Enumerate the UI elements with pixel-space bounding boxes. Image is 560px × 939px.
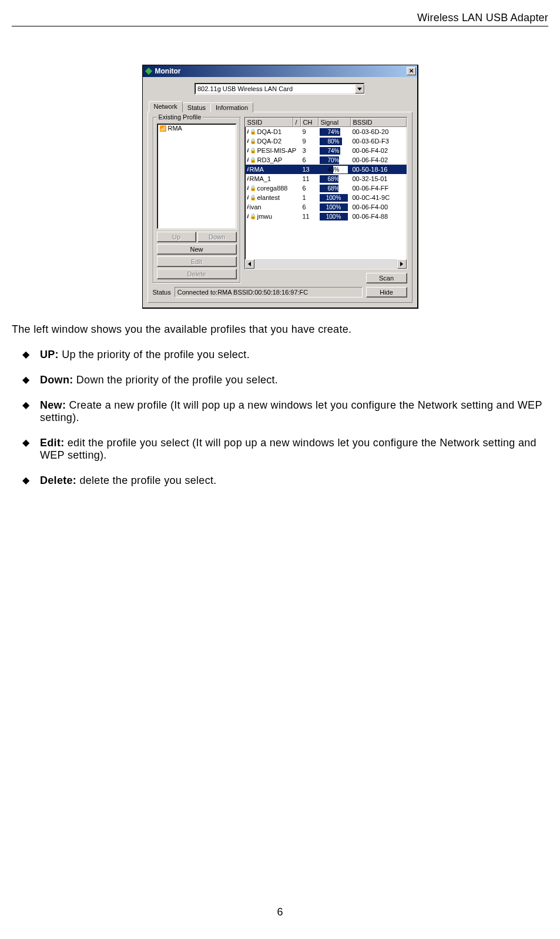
cell-ssid: 𝙞RMA_1 xyxy=(245,175,301,182)
lock-icon: 🔒 xyxy=(250,185,256,191)
cell-ssid: 𝙞🔒RD3_AP xyxy=(245,156,301,163)
signal-bar: 74% xyxy=(320,147,348,155)
new-button[interactable]: New xyxy=(157,244,237,255)
col-ssid[interactable]: SSID xyxy=(245,118,293,127)
cell-bssid: 00-50-18-16 xyxy=(351,166,401,173)
existing-profile-group: Existing Profile 📶 RMA Up Down xyxy=(153,117,241,283)
tab-network[interactable]: Network xyxy=(149,101,183,112)
ssid-text: elantest xyxy=(257,194,280,201)
listview-body: 𝙞🔒DQA-D1974%00-03-6D-20𝙞🔒DQA-D2980%00-03… xyxy=(245,127,407,259)
down-button[interactable]: Down xyxy=(197,232,237,242)
lock-icon: 🔒 xyxy=(250,195,256,201)
tab-status[interactable]: Status xyxy=(182,102,211,112)
bullet-desc: edit the profile you select (It will pop… xyxy=(40,437,536,461)
scroll-right-button[interactable] xyxy=(397,259,407,269)
cell-bssid: 00-06-F4-FF xyxy=(351,185,401,192)
lock-icon: 🔒 xyxy=(250,129,256,135)
cell-bssid: 00-32-15-01 xyxy=(351,175,401,182)
antenna-icon: 𝙞 xyxy=(247,185,249,192)
table-row[interactable]: 𝙞🔒jmwu11100%00-06-F4-88 xyxy=(245,212,407,221)
cell-ch: 6 xyxy=(301,185,318,192)
scroll-track[interactable] xyxy=(254,259,397,269)
signal-text: 74% xyxy=(320,128,348,136)
signal-text: 68% xyxy=(320,175,348,183)
bullet-item: Down: Down the priority of the profile y… xyxy=(22,374,548,399)
cell-bssid: 00-06-F4-02 xyxy=(351,156,401,163)
titlebar: Monitor ✕ xyxy=(143,65,417,77)
antenna-icon: 𝙞 xyxy=(247,147,249,154)
cell-signal: 68% xyxy=(318,185,351,192)
table-row[interactable]: 𝙞🔒corega888668%00-06-F4-FF xyxy=(245,183,407,193)
col-sort[interactable]: / xyxy=(293,118,301,127)
bullet-desc: Down the priority of the profile you sel… xyxy=(73,374,278,386)
table-row[interactable]: 𝙞RMA_11168%00-32-15-01 xyxy=(245,174,407,183)
horizontal-scrollbar[interactable] xyxy=(245,259,407,269)
bullet-item: UP: Up the priority of the profile you s… xyxy=(22,349,548,374)
tab-panel: Existing Profile 📶 RMA Up Down xyxy=(147,112,413,303)
signal-bar: 70% xyxy=(320,156,348,164)
status-label: Status xyxy=(153,289,171,296)
cell-ch: 3 xyxy=(301,147,318,154)
delete-button[interactable]: Delete xyxy=(157,269,237,279)
scroll-left-button[interactable] xyxy=(245,259,254,269)
chevron-down-icon xyxy=(357,88,362,91)
cell-bssid: 00-06-F4-00 xyxy=(351,203,401,210)
cell-signal: 74% xyxy=(318,128,351,136)
table-row[interactable]: 𝙞🔒RD3_AP670%00-06-F4-02 xyxy=(245,155,407,165)
profile-item[interactable]: 📶 RMA xyxy=(158,125,236,132)
cell-ssid: 𝙞🔒elantest xyxy=(245,194,301,201)
lock-icon: 🔒 xyxy=(250,138,256,144)
hide-button[interactable]: Hide xyxy=(366,287,407,298)
col-signal[interactable]: Signal xyxy=(318,118,351,127)
lock-icon: 🔒 xyxy=(250,148,256,153)
edit-button[interactable]: Edit xyxy=(157,256,237,267)
antenna-icon: 𝙞 xyxy=(247,194,249,201)
ssid-text: corega888 xyxy=(257,185,288,192)
cell-bssid: 00-03-6D-F3 xyxy=(351,138,401,145)
antenna-icon: 𝙞 xyxy=(247,203,249,210)
cell-ch: 11 xyxy=(301,175,318,182)
col-bssid[interactable]: BSSID xyxy=(351,118,407,127)
signal-text: 100% xyxy=(320,213,348,220)
table-row[interactable]: 𝙞🔒DQA-D2980%00-03-6D-F3 xyxy=(245,136,407,146)
cell-signal: 68% xyxy=(318,175,351,183)
signal-bar: 68% xyxy=(320,185,348,192)
status-text: Connected to:RMA BSSID:00:50:18:16:97:FC xyxy=(175,287,363,298)
table-row[interactable]: 𝙞🔒elantest1100%00-0C-41-9C xyxy=(245,193,407,202)
combo-dropdown-button[interactable] xyxy=(355,84,364,93)
cell-signal: 100% xyxy=(318,213,351,220)
cell-ch: 9 xyxy=(301,128,318,135)
up-button[interactable]: Up xyxy=(157,232,196,242)
network-listview[interactable]: SSID / CH Signal BSSID 𝙞🔒DQA-D1974%00-03… xyxy=(244,117,407,269)
bullet-desc: Up the priority of the profile you selec… xyxy=(59,349,250,360)
scan-button[interactable]: Scan xyxy=(366,273,407,283)
monitor-window: Monitor ✕ 802.11g USB Wireless LAN Card … xyxy=(142,65,418,309)
ssid-text: DQA-D1 xyxy=(257,128,282,135)
signal-bar: 68% xyxy=(320,175,348,183)
page-header-title: Wireless LAN USB Adapter xyxy=(12,12,548,26)
cell-ch: 11 xyxy=(301,213,318,220)
cell-signal: 80% xyxy=(318,138,351,145)
close-button[interactable]: ✕ xyxy=(407,67,416,75)
adapter-combo[interactable]: 802.11g USB Wireless LAN Card xyxy=(195,83,365,95)
signal-text: 68% xyxy=(320,185,348,192)
antenna-icon: 𝙞 xyxy=(247,138,249,145)
cell-ssid: 𝙞RMA xyxy=(245,166,301,173)
table-row[interactable]: 𝙞🔒PESI-MIS-AP374%00-06-F4-02 xyxy=(245,146,407,155)
bullet-desc: Create a new profile (It will pop up a n… xyxy=(40,399,542,423)
bullet-term: UP: xyxy=(40,349,59,360)
table-row[interactable]: 𝙞ivan6100%00-06-F4-00 xyxy=(245,202,407,212)
table-row[interactable]: 𝙞RMA1348%00-50-18-16 xyxy=(245,165,407,174)
bullet-item: Delete: delete the profile you select. xyxy=(22,474,548,500)
triangle-right-icon xyxy=(400,262,403,266)
tab-information[interactable]: Information xyxy=(210,102,253,112)
ssid-text: RD3_AP xyxy=(257,156,283,163)
signal-bar: 48% xyxy=(320,166,348,173)
ssid-text: ivan xyxy=(250,203,261,210)
cell-signal: 74% xyxy=(318,147,351,155)
triangle-left-icon xyxy=(248,262,251,266)
col-ch[interactable]: CH xyxy=(301,118,318,127)
cell-bssid: 00-06-F4-02 xyxy=(351,147,401,154)
profile-list[interactable]: 📶 RMA xyxy=(157,123,237,229)
table-row[interactable]: 𝙞🔒DQA-D1974%00-03-6D-20 xyxy=(245,127,407,136)
